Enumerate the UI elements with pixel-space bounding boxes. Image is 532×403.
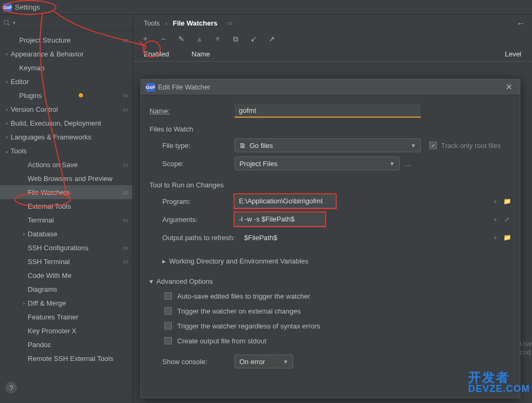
- edit-file-watcher-dialog: GoF Edit File Watcher ✕ Name: Files to W…: [140, 79, 520, 398]
- remove-button[interactable]: −: [159, 34, 168, 44]
- program-input[interactable]: [235, 194, 336, 208]
- sidebar-item-label: Features Trainer: [28, 313, 78, 321]
- sidebar-item-ssh-configurations[interactable]: SSH Configurations▭: [0, 241, 132, 254]
- track-root-checkbox[interactable]: ✓: [429, 142, 437, 149]
- sidebar-item-label: Build, Execution, Deployment: [11, 119, 101, 127]
- insert-macro-icon[interactable]: ＋: [491, 197, 500, 205]
- expand-icon[interactable]: ⤢: [503, 215, 511, 224]
- chevron-right-icon: ›: [165, 19, 167, 27]
- sidebar-item-label: Code With Me: [28, 272, 71, 279]
- settings-tree: Project Structure▭›Appearance & Behavior…: [0, 31, 132, 365]
- project-scope-icon: ▭: [123, 258, 128, 265]
- sidebar-item-plugins[interactable]: Plugins▭: [0, 88, 132, 102]
- breadcrumb: Tools › File Watchers ▭: [133, 15, 532, 31]
- sidebar-item-diff-merge[interactable]: ›Diff & Merge: [0, 296, 132, 310]
- advanced-options-section[interactable]: ▾ Advanced Options: [149, 277, 511, 285]
- crumb-root[interactable]: Tools: [144, 19, 160, 27]
- scope-browse-button[interactable]: …: [403, 158, 414, 169]
- sidebar-item-key-promoter-x[interactable]: Key Promoter X: [0, 324, 132, 338]
- sidebar-item-database[interactable]: ›Database: [0, 227, 132, 241]
- filetype-value: Go files: [250, 142, 273, 150]
- sidebar-item-label: Key Promoter X: [28, 327, 77, 335]
- sidebar-item-ssh-terminal[interactable]: SSH Terminal▭: [0, 254, 132, 268]
- svg-point-0: [4, 20, 9, 24]
- insert-macro-icon[interactable]: ＋: [491, 233, 500, 242]
- sidebar-item-external-tools[interactable]: External Tools: [0, 199, 132, 213]
- help-button[interactable]: ?: [5, 382, 17, 393]
- opt-stdout-checkbox[interactable]: [164, 337, 172, 344]
- opt-syntax-label: Trigger the watcher regardless of syntax…: [177, 322, 320, 330]
- sidebar-item-terminal[interactable]: Terminal▭: [0, 213, 132, 227]
- col-enabled[interactable]: Enabled: [144, 50, 192, 58]
- opt-external-checkbox[interactable]: [164, 307, 172, 315]
- search-dropdown-icon[interactable]: ▾: [13, 20, 15, 26]
- filetype-combo[interactable]: 🗎 Go files ▼: [235, 138, 421, 152]
- project-scope-icon: ▭: [123, 37, 128, 44]
- hint-text: Usecod: [520, 340, 532, 357]
- browse-folder-icon[interactable]: 📁: [503, 197, 511, 205]
- sidebar-item-label: Remote SSH External Tools: [28, 355, 113, 363]
- sidebar-item-remote-ssh-external-tools[interactable]: Remote SSH External Tools: [0, 351, 132, 365]
- watchers-toolbar: ＋ − ✎ ▲ ▼ ⧉ ↙ ↗: [133, 31, 532, 47]
- sidebar-item-label: Diagrams: [28, 285, 57, 293]
- sidebar-item-label: Terminal: [28, 216, 54, 224]
- copy-button[interactable]: ⧉: [231, 34, 240, 44]
- sidebar-item-code-with-me[interactable]: Code With Me: [0, 268, 132, 282]
- sidebar-item-pandoc[interactable]: Pandoc: [0, 338, 132, 351]
- opt-autosave-label: Auto-save edited files to trigger the wa…: [177, 292, 310, 300]
- sidebar-item-label: File Watchers: [28, 188, 70, 196]
- back-button[interactable]: ←: [516, 18, 526, 29]
- output-input[interactable]: [240, 231, 469, 244]
- browse-folder-icon[interactable]: 📁: [503, 233, 511, 242]
- sidebar-item-languages-frameworks[interactable]: ›Languages & Frameworks: [0, 130, 132, 144]
- sidebar-item-file-watchers[interactable]: File Watchers▭: [0, 185, 132, 199]
- window-title: Settings: [15, 3, 40, 11]
- sidebar-item-diagrams[interactable]: Diagrams: [0, 282, 132, 296]
- sidebar-item-build-execution-deployment[interactable]: ›Build, Execution, Deployment: [0, 116, 132, 130]
- edit-button[interactable]: ✎: [177, 34, 186, 44]
- dialog-title: Edit File Watcher: [158, 83, 211, 91]
- sidebar-item-tools[interactable]: ⌄Tools: [0, 144, 132, 158]
- arguments-label: Arguments:: [149, 216, 235, 224]
- name-input[interactable]: [235, 104, 421, 118]
- up-button[interactable]: ▲: [195, 34, 204, 44]
- watermark: 开发者 DEVZE.COM: [468, 371, 530, 393]
- program-label: Program:: [149, 198, 235, 205]
- update-badge: [79, 93, 83, 97]
- opt-external-label: Trigger the watcher on external changes: [177, 307, 301, 315]
- sidebar-item-web-browsers-and-preview[interactable]: Web Browsers and Preview: [0, 171, 132, 185]
- sidebar-item-project-structure[interactable]: Project Structure▭: [0, 33, 132, 47]
- scope-value: Project Files: [239, 160, 278, 168]
- sidebar-item-version-control[interactable]: ›Version Control▭: [0, 102, 132, 116]
- table-header: Enabled Name Level: [133, 47, 532, 62]
- scope-combo[interactable]: Project Files ▼: [235, 157, 400, 170]
- add-button[interactable]: ＋: [140, 34, 150, 44]
- insert-macro-icon[interactable]: ＋: [491, 215, 500, 224]
- opt-syntax-checkbox[interactable]: [164, 322, 172, 330]
- close-icon[interactable]: ✕: [503, 82, 514, 92]
- import-button[interactable]: ↙: [249, 34, 259, 44]
- sidebar-item-actions-on-save[interactable]: Actions on Save▭: [0, 158, 132, 171]
- chevron-icon: ›: [20, 300, 28, 306]
- sidebar-item-features-trainer[interactable]: Features Trainer: [0, 310, 132, 324]
- arguments-input[interactable]: [235, 212, 325, 226]
- working-dir-section[interactable]: ▸ Working Directory and Environment Vari…: [162, 252, 511, 270]
- down-button[interactable]: ▼: [213, 34, 222, 44]
- export-button[interactable]: ↗: [267, 34, 277, 44]
- col-name[interactable]: Name: [192, 50, 489, 58]
- sidebar-item-appearance-behavior[interactable]: ›Appearance & Behavior: [0, 47, 132, 61]
- sidebar-item-editor[interactable]: ›Editor: [0, 75, 132, 88]
- chevron-down-icon: ▼: [389, 161, 395, 167]
- sidebar-item-label: SSH Terminal: [28, 258, 70, 266]
- search-icon: [3, 19, 11, 27]
- sidebar-item-label: External Tools: [28, 202, 71, 210]
- console-combo[interactable]: On error ▼: [235, 355, 293, 368]
- col-level[interactable]: Level: [489, 50, 521, 58]
- sidebar-item-keymap[interactable]: Keymap: [0, 61, 132, 75]
- console-value: On error: [239, 358, 265, 366]
- sidebar-item-label: Editor: [11, 78, 29, 86]
- sidebar-item-label: Database: [28, 230, 57, 238]
- chevron-icon: ›: [3, 120, 11, 126]
- opt-autosave-checkbox[interactable]: [164, 292, 172, 300]
- settings-sidebar: ▾ Project Structure▭›Appearance & Behavi…: [0, 15, 133, 403]
